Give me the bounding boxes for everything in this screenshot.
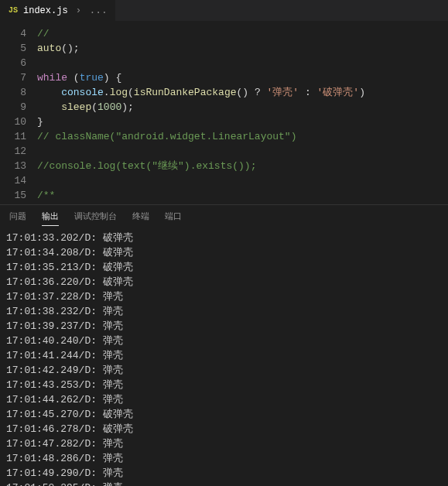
- code-line[interactable]: while (true) {: [37, 70, 448, 85]
- panel-tab-output[interactable]: 输出: [42, 207, 59, 226]
- output-line: 17:01:47.282/D: 弹壳: [6, 436, 442, 451]
- tab-bar: JS index.js › ...: [0, 0, 448, 22]
- line-number: 7: [0, 70, 26, 85]
- code-line[interactable]: auto();: [37, 41, 448, 56]
- output-line: 17:01:49.290/D: 弹壳: [6, 466, 442, 481]
- panel-tab-debug-console[interactable]: 调试控制台: [74, 207, 117, 225]
- output-line: 17:01:46.278/D: 破弹壳: [6, 422, 442, 436]
- code-line[interactable]: sleep(1000);: [37, 100, 448, 115]
- code-line[interactable]: console.log(isRunDankePackage() ? '弹壳' :…: [37, 85, 448, 100]
- code-line[interactable]: [37, 144, 448, 159]
- line-number: 8: [0, 85, 26, 100]
- code-line[interactable]: //console.log(text("继续").exists());: [37, 159, 448, 173]
- code-line[interactable]: //: [37, 26, 448, 41]
- output-line: 17:01:33.202/D: 破弹壳: [6, 231, 442, 245]
- output-line: 17:01:45.270/D: 破弹壳: [6, 407, 442, 422]
- output-panel[interactable]: 17:01:33.202/D: 破弹壳17:01:34.208/D: 破弹壳17…: [0, 228, 448, 486]
- line-number: 12: [0, 144, 26, 159]
- output-line: 17:01:34.208/D: 破弹壳: [6, 245, 442, 260]
- code-line[interactable]: // className("android.widget.LinearLayou…: [37, 129, 448, 144]
- line-number: 6: [0, 56, 26, 70]
- chevron-right-icon: ›: [76, 5, 82, 16]
- output-line: 17:01:44.262/D: 弹壳: [6, 392, 442, 407]
- panel-tab-problems[interactable]: 问题: [9, 207, 26, 225]
- output-line: 17:01:36.220/D: 破弹壳: [6, 275, 442, 289]
- line-number: 5: [0, 41, 26, 56]
- breadcrumb-more[interactable]: ...: [89, 5, 107, 16]
- code-line[interactable]: /**: [37, 188, 448, 203]
- code-line[interactable]: [37, 56, 448, 70]
- line-number: 13: [0, 159, 26, 173]
- line-number: 14: [0, 173, 26, 188]
- line-number: 15: [0, 188, 26, 203]
- output-line: 17:01:43.253/D: 弹壳: [6, 378, 442, 392]
- code-area[interactable]: //auto(); while (true) { console.log(isR…: [37, 22, 448, 204]
- code-editor[interactable]: 456789101112131415 //auto(); while (true…: [0, 22, 448, 204]
- js-file-icon: JS: [8, 5, 19, 16]
- output-line: 17:01:37.228/D: 弹壳: [6, 289, 442, 304]
- line-number: 4: [0, 26, 26, 41]
- panel-tab-port[interactable]: 端口: [165, 207, 182, 225]
- line-number: 9: [0, 100, 26, 115]
- panel-tabs: 问题 输出 调试控制台 终端 端口: [0, 204, 448, 228]
- line-number-gutter: 456789101112131415: [0, 22, 37, 204]
- output-line: 17:01:41.244/D: 弹壳: [6, 348, 442, 363]
- output-line: 17:01:40.240/D: 弹壳: [6, 334, 442, 348]
- output-line: 17:01:35.213/D: 破弹壳: [6, 260, 442, 275]
- output-line: 17:01:39.237/D: 弹壳: [6, 319, 442, 334]
- output-line: 17:01:42.249/D: 弹壳: [6, 363, 442, 378]
- output-line: 17:01:50.295/D: 弹壳: [6, 481, 442, 486]
- output-line: 17:01:38.232/D: 弹壳: [6, 304, 442, 319]
- line-number: 11: [0, 129, 26, 144]
- panel-tab-terminal[interactable]: 终端: [132, 207, 149, 225]
- output-line: 17:01:48.286/D: 弹壳: [6, 451, 442, 466]
- line-number: 10: [0, 115, 26, 129]
- tab-filename: index.js: [23, 5, 68, 16]
- code-line[interactable]: [37, 173, 448, 188]
- tab-index-js[interactable]: JS index.js › ...: [0, 0, 115, 21]
- code-line[interactable]: }: [37, 115, 448, 129]
